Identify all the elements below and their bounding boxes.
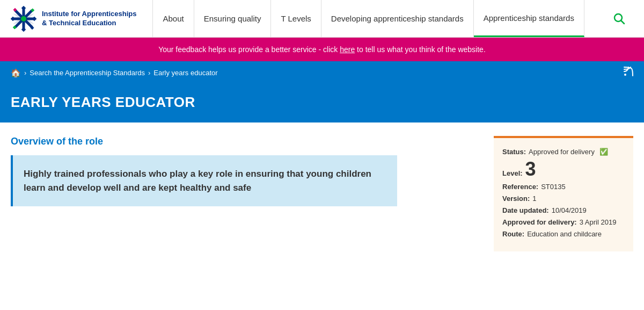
svg-point-16: [624, 74, 626, 76]
header: Institute for Apprenticeships & Technica…: [0, 0, 644, 38]
status-label: Status:: [502, 148, 526, 156]
nav-about[interactable]: About: [152, 0, 194, 37]
breadcrumb-separator-1: ›: [24, 69, 26, 77]
breadcrumb-standards[interactable]: Search the Apprenticeship Standards: [30, 69, 145, 77]
route-row: Route: Education and childcare: [502, 230, 625, 238]
level-row: Level: 3: [502, 160, 625, 179]
nav-apprenticeship-standards[interactable]: Apprenticeship standards: [474, 0, 584, 37]
breadcrumb-current: Early years educator: [153, 69, 217, 77]
logo[interactable]: Institute for Apprenticeships & Technica…: [11, 6, 136, 32]
date-updated-label: Date updated:: [502, 206, 549, 214]
svg-rect-7: [21, 27, 26, 31]
level-value: 3: [525, 160, 536, 179]
check-icon: ✅: [599, 148, 608, 156]
approved-row: Approved for delivery: 3 April 2019: [502, 218, 625, 226]
breadcrumb-bar: 🏠 › Search the Apprenticeship Standards …: [0, 61, 644, 84]
breadcrumb: 🏠 › Search the Apprenticeship Standards …: [11, 68, 218, 78]
approved-value: 3 April 2019: [580, 218, 617, 226]
date-updated-value: 10/04/2019: [552, 206, 587, 214]
breadcrumb-home[interactable]: 🏠: [11, 68, 21, 78]
reference-value: ST0135: [541, 183, 566, 191]
version-row: Version: 1: [502, 194, 625, 203]
version-value: 1: [532, 194, 536, 203]
feedback-link[interactable]: here: [340, 45, 355, 54]
svg-point-5: [21, 16, 26, 21]
reference-row: Reference: ST0135: [502, 183, 625, 191]
role-description: Highly trained professionals who play a …: [24, 167, 386, 194]
svg-rect-8: [11, 16, 15, 20]
reference-label: Reference:: [502, 183, 538, 191]
page-title: EARLY YEARS EDUCATOR: [11, 94, 633, 111]
svg-rect-9: [32, 16, 36, 20]
level-label: Level:: [502, 169, 523, 177]
breadcrumb-separator-2: ›: [148, 69, 150, 77]
main-nav: About Ensuring quality T Levels Developi…: [152, 0, 633, 37]
overview-heading: Overview of the role: [11, 136, 478, 147]
rss-icon[interactable]: [624, 67, 633, 79]
version-label: Version:: [502, 194, 530, 203]
side-panel: Status: Approved for delivery ✅ Level: 3…: [494, 136, 633, 251]
feedback-banner: Your feedback helps us provide a better …: [0, 38, 644, 61]
content-area: Overview of the role Highly trained prof…: [0, 122, 644, 265]
svg-line-15: [621, 20, 624, 24]
approved-label: Approved for delivery:: [502, 218, 577, 226]
logo-text: Institute for Apprenticeships & Technica…: [42, 10, 136, 28]
main-content: Overview of the role Highly trained prof…: [11, 136, 478, 251]
status-row: Status: Approved for delivery ✅: [502, 148, 625, 156]
home-icon: 🏠: [11, 68, 21, 77]
nav-developing[interactable]: Developing apprenticeship standards: [321, 0, 474, 37]
date-updated-row: Date updated: 10/04/2019: [502, 206, 625, 214]
search-button[interactable]: [605, 0, 633, 37]
route-label: Route:: [502, 230, 524, 238]
svg-rect-6: [21, 6, 26, 10]
nav-t-levels[interactable]: T Levels: [271, 0, 321, 37]
page-title-bar: EARLY YEARS EDUCATOR: [0, 84, 644, 122]
nav-ensuring-quality[interactable]: Ensuring quality: [194, 0, 272, 37]
search-icon: [613, 13, 625, 25]
logo-icon: [11, 6, 36, 32]
status-value: Approved for delivery: [529, 148, 595, 156]
route-value: Education and childcare: [527, 230, 602, 238]
role-description-box: Highly trained professionals who play a …: [11, 155, 397, 206]
